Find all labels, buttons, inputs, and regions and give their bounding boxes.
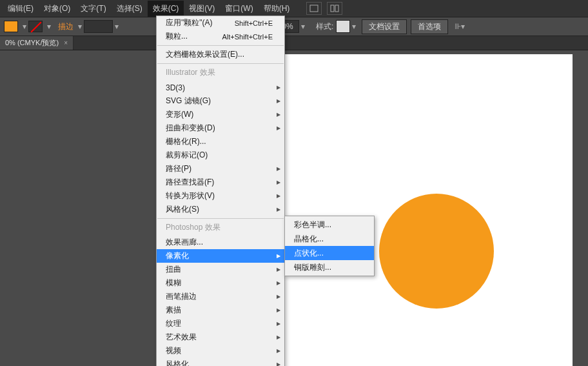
menu-svg-filters[interactable]: SVG 滤镜(G)	[157, 94, 284, 108]
submenu-crystallize[interactable]: 晶格化...	[285, 232, 374, 246]
menu-apply-last-label: 应用"颗粒"(A)	[166, 17, 213, 28]
submenu-color-halftone[interactable]: 彩色半调...	[285, 218, 374, 232]
menu-artistic[interactable]: 艺术效果	[157, 330, 284, 344]
menu-pathfinder[interactable]: 路径查找器(F)	[157, 176, 284, 189]
menu-distort[interactable]: 扭曲	[157, 263, 284, 276]
menu-header-photoshop: Photoshop 效果	[157, 221, 284, 236]
submenu-pointillize[interactable]: 点状化...	[285, 246, 374, 260]
arrange-icon[interactable]	[327, 2, 342, 15]
menu-effect-gallery[interactable]: 效果画廊...	[157, 236, 284, 249]
opacity-dd-icon[interactable]: ▾	[299, 22, 307, 31]
menu-separator	[157, 63, 284, 64]
menu-select[interactable]: 选择(S)	[112, 1, 148, 17]
menu-doc-raster[interactable]: 文档栅格效果设置(E)...	[157, 48, 284, 61]
menu-last-effect[interactable]: 颗粒... Alt+Shift+Ctrl+E	[157, 30, 284, 43]
menu-pixelate[interactable]: 像素化	[157, 249, 284, 263]
menubar: 编辑(E) 对象(O) 文字(T) 选择(S) 效果(C) 视图(V) 窗口(W…	[0, 0, 588, 17]
menu-separator	[157, 45, 284, 46]
menu-stylize-ps[interactable]: 风格化	[157, 358, 284, 366]
menu-warp[interactable]: 变形(W)	[157, 108, 284, 121]
menu-type[interactable]: 文字(T)	[75, 1, 111, 17]
orange-circle-shape[interactable]	[379, 194, 494, 309]
style-label: 样式:	[316, 21, 333, 32]
menu-path[interactable]: 路径(P)	[157, 162, 284, 176]
menu-help[interactable]: 帮助(H)	[259, 1, 295, 17]
menu-object[interactable]: 对象(O)	[39, 1, 75, 17]
menu-sketch[interactable]: 素描	[157, 303, 284, 317]
menu-last-effect-label: 颗粒...	[166, 31, 188, 42]
menu-blur[interactable]: 模糊	[157, 276, 284, 290]
stroke-weight-field[interactable]	[84, 20, 113, 33]
menu-window[interactable]: 窗口(W)	[220, 1, 258, 17]
menu-brush-strokes[interactable]: 画笔描边	[157, 290, 284, 303]
fill-dropdown-icon[interactable]: ▾	[21, 22, 28, 31]
stroke-weight-dd-icon[interactable]: ▾	[113, 22, 121, 31]
stroke-dropdown-icon[interactable]: ▾	[45, 22, 53, 31]
menu-apply-last[interactable]: 应用"颗粒"(A) Shift+Ctrl+E	[157, 16, 284, 30]
menu-video[interactable]: 视频	[157, 344, 284, 358]
stroke-swatch[interactable]	[28, 21, 43, 32]
stroke-panel-icon[interactable]: ▾	[76, 22, 84, 31]
menu-convert-shape[interactable]: 转换为形状(V)	[157, 189, 284, 203]
tab-title: 0% (CMYK/预览)	[5, 38, 59, 48]
doc-setup-button[interactable]: 文档设置	[362, 19, 407, 34]
menu-view[interactable]: 视图(V)	[184, 1, 220, 17]
align-icon[interactable]: ⊪▾	[455, 22, 465, 31]
menu-distort-transform[interactable]: 扭曲和变换(D)	[157, 121, 284, 135]
menu-rasterize[interactable]: 栅格化(R)...	[157, 135, 284, 148]
pixelate-submenu: 彩色半调... 晶格化... 点状化... 铜版雕刻...	[284, 216, 375, 276]
tab-close-icon[interactable]: ×	[64, 39, 68, 46]
menu-separator	[157, 218, 284, 219]
effect-menu-dropdown: 应用"颗粒"(A) Shift+Ctrl+E 颗粒... Alt+Shift+C…	[156, 15, 285, 366]
control-bar: ▾ ▾ 描边 ▾ ▾ 不透明度 100% ▾ 样式: ▾ 文档设置 首选项 ⊪▾	[0, 17, 588, 36]
tab-bar: 0% (CMYK/预览) ×	[0, 36, 588, 50]
prefs-button[interactable]: 首选项	[411, 19, 448, 34]
svg-rect-0	[310, 5, 318, 12]
stroke-label: 描边	[58, 21, 74, 32]
submenu-mezzotint[interactable]: 铜版雕刻...	[285, 260, 374, 274]
doc-icon[interactable]	[306, 2, 322, 15]
style-dd-icon[interactable]: ▾	[350, 22, 358, 31]
menu-apply-last-shortcut: Shift+Ctrl+E	[235, 19, 273, 27]
menu-effect[interactable]: 效果(C)	[148, 1, 184, 17]
fill-swatch[interactable]	[4, 21, 18, 32]
menu-last-effect-shortcut: Alt+Shift+Ctrl+E	[222, 33, 273, 41]
menu-crop-marks[interactable]: 裁剪标记(O)	[157, 148, 284, 162]
menu-edit[interactable]: 编辑(E)	[3, 1, 39, 17]
menu-3d[interactable]: 3D(3)	[157, 81, 284, 94]
menu-stylize-ai[interactable]: 风格化(S)	[157, 203, 284, 216]
menu-header-illustrator: Illustrator 效果	[157, 66, 284, 81]
menu-texture[interactable]: 纹理	[157, 317, 284, 330]
svg-rect-2	[335, 5, 338, 12]
document-tab[interactable]: 0% (CMYK/预览) ×	[0, 36, 74, 50]
workspace	[0, 50, 588, 366]
svg-rect-1	[331, 5, 334, 12]
style-swatch[interactable]	[336, 20, 350, 33]
